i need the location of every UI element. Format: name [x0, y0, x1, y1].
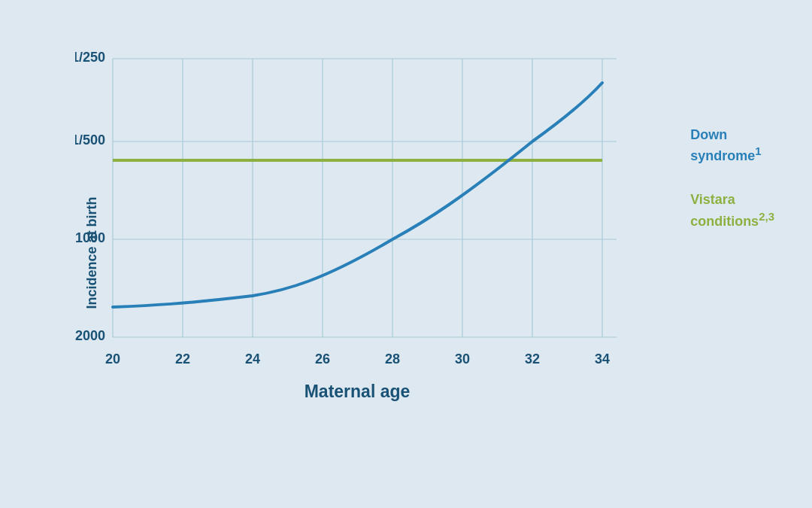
- ytick-12000: 1/2000: [75, 328, 105, 343]
- legend-vistara: Vistaraconditions2,3: [690, 191, 774, 230]
- xtick-22: 22: [175, 351, 190, 367]
- chart-svg: 1/250 1/500 1/1000 1/2000 20 22 24 26 28…: [75, 51, 662, 420]
- xtick-20: 20: [105, 351, 120, 367]
- xtick-30: 30: [455, 351, 470, 367]
- xtick-28: 28: [385, 351, 400, 367]
- xtick-24: 24: [245, 351, 260, 367]
- ytick-11000: 1/1000: [75, 230, 105, 245]
- xtick-34: 34: [595, 351, 610, 367]
- down-syndrome-curve: [113, 83, 602, 307]
- legend-down-syndrome: Downsyndrome1: [690, 126, 774, 166]
- xtick-26: 26: [315, 351, 330, 367]
- legend: Downsyndrome1 Vistaraconditions2,3: [690, 126, 774, 231]
- chart-container: Incidence at birth 1/250 1/500 1/1000 1/…: [30, 36, 782, 473]
- ytick-1500: 1/500: [75, 132, 105, 148]
- x-axis-label: Maternal age: [304, 382, 411, 401]
- ytick-1250: 1/250: [75, 51, 105, 65]
- xtick-32: 32: [525, 351, 540, 367]
